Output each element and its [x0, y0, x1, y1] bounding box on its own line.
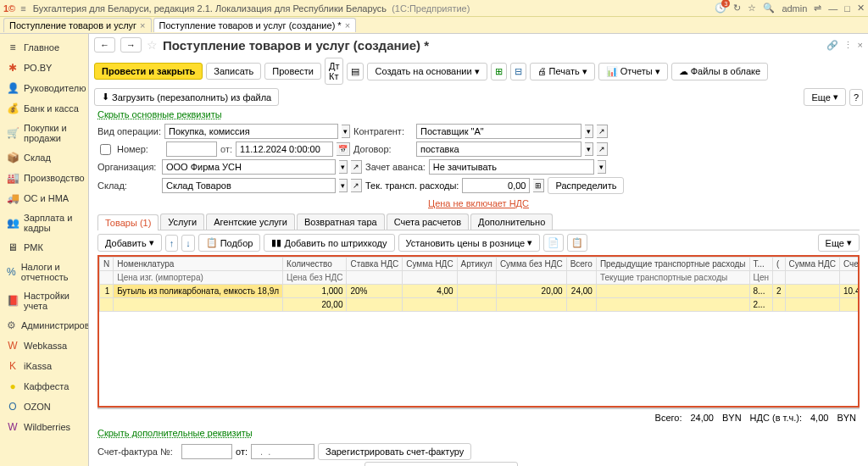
sidebar-item[interactable]: 🏭Производство	[0, 168, 88, 188]
table-row[interactable]: 1 Бутыль из поликарбоната, емкость 18,9л…	[100, 285, 860, 298]
sf-date-input[interactable]	[251, 444, 314, 459]
sidebar-item[interactable]: 👤Руководителю	[0, 78, 88, 98]
page-tab[interactable]: Поступление товаров и услуг×	[3, 18, 152, 32]
burger-icon[interactable]: ≡	[20, 3, 25, 14]
date-input[interactable]	[236, 141, 333, 157]
number-input[interactable]	[166, 141, 217, 157]
sf-number-input[interactable]	[181, 444, 232, 459]
sidebar-item[interactable]: OOZON	[0, 397, 88, 417]
favorite-icon[interactable]: ☆	[748, 3, 756, 14]
close-tab-icon[interactable]: ×	[140, 20, 145, 31]
more-button[interactable]: Еще ▾	[804, 88, 845, 106]
sidebar-item[interactable]: ●Каффеста	[0, 376, 88, 397]
price-vat-link[interactable]: Цена не включает НДС	[428, 198, 529, 208]
set-price-button[interactable]: Установить цены в рознице ▾	[398, 234, 541, 252]
detail-tab[interactable]: Товары (1)	[97, 214, 159, 230]
register-sf-button[interactable]: Зарегистрировать счет-фактуру	[318, 443, 471, 460]
warehouse-open[interactable]: ↗	[351, 179, 362, 192]
goods-grid[interactable]: NНоменклатураКоличествоСтавка НДССумма Н…	[97, 255, 860, 408]
search-icon[interactable]: 🔍	[763, 3, 775, 14]
hide-extra-link[interactable]: Скрыть дополнительные реквизиты	[97, 428, 253, 438]
detail-tab[interactable]: Агентские услуги	[206, 214, 295, 230]
up-icon[interactable]: ↑	[165, 235, 179, 252]
nav-fwd-button[interactable]: →	[120, 37, 142, 53]
counterparty-input[interactable]	[416, 124, 581, 139]
warehouse-input[interactable]	[162, 178, 336, 193]
maximize-icon[interactable]: □	[844, 3, 850, 14]
distribute-button[interactable]: Распределить	[548, 177, 624, 194]
advance-dropdown[interactable]: ▾	[598, 160, 606, 174]
calendar-icon[interactable]: 📅	[337, 142, 350, 156]
hide-main-link[interactable]: Скрыть основные реквизиты	[97, 109, 222, 119]
xml-icon[interactable]: ⊟	[510, 63, 526, 80]
advance-input[interactable]	[429, 159, 594, 175]
reports-button[interactable]: 📊 Отчеты ▾	[598, 63, 668, 80]
favorite-star-icon[interactable]: ☆	[147, 38, 158, 52]
org-dropdown[interactable]: ▾	[339, 160, 348, 174]
post-button[interactable]: Провести	[264, 63, 321, 80]
add-row-button[interactable]: Добавить ▾	[97, 234, 162, 252]
window-actions-icon[interactable]: ⋮	[843, 40, 853, 51]
sidebar-item[interactable]: ✱РО.BY	[0, 58, 88, 78]
sidebar-item[interactable]: ≡Главное	[0, 37, 88, 58]
sidebar-item[interactable]: 💰Банк и касса	[0, 98, 88, 119]
sidebar-item[interactable]: 🛒Покупки и продажи	[0, 119, 88, 147]
structure-icon[interactable]: ▤	[347, 63, 364, 80]
detail-tab[interactable]: Возвратная тара	[297, 214, 385, 230]
close-icon[interactable]: ✕	[857, 3, 865, 14]
paste-icon[interactable]: 📋	[567, 234, 587, 252]
history-icon[interactable]: ↻	[733, 3, 741, 14]
contract-input[interactable]	[416, 141, 581, 157]
sidebar-item[interactable]: 📦Склад	[0, 147, 88, 168]
page-tab-active[interactable]: Поступление товаров и услуг (создание) *…	[153, 18, 357, 32]
user-label[interactable]: admin	[782, 3, 807, 14]
nav-back-button[interactable]: ←	[94, 37, 115, 53]
optype-dropdown[interactable]: ▾	[342, 125, 350, 138]
sidebar-item[interactable]: 🚚ОС и НМА	[0, 188, 88, 208]
load-from-file-button[interactable]: ⬇ Загрузить (перезаполнить) из файла	[94, 88, 279, 106]
window-link-icon[interactable]: 🔗	[826, 40, 838, 51]
write-button[interactable]: Записать	[206, 63, 261, 80]
excel-icon[interactable]: ⊞	[491, 63, 507, 80]
org-open[interactable]: ↗	[351, 160, 362, 174]
contract-open[interactable]: ↗	[597, 142, 608, 156]
transp-input[interactable]	[462, 178, 530, 193]
post-and-close-button[interactable]: Провести и закрыть	[94, 63, 203, 80]
table-row-sub[interactable]: 20,00 2...	[100, 298, 860, 312]
grid-more-button[interactable]: Еще ▾	[818, 234, 860, 252]
sidebar-item[interactable]: KiKassa	[0, 356, 88, 376]
detail-tab[interactable]: Услуги	[160, 214, 204, 230]
sidebar-item[interactable]: 📕Настройки учета	[0, 286, 88, 315]
sidebar-item[interactable]: WWebkassa	[0, 336, 88, 356]
contract-dropdown[interactable]: ▾	[585, 142, 593, 156]
help-button[interactable]: ?	[849, 89, 863, 106]
debit-credit-icon[interactable]: ДтКт	[325, 58, 344, 85]
counterparty-dropdown[interactable]: ▾	[585, 125, 593, 138]
org-input[interactable]	[162, 159, 336, 175]
barcode-button[interactable]: ▮▮ Добавить по штрихкоду	[264, 234, 394, 252]
copy-icon[interactable]: 📄	[543, 234, 564, 252]
register-sf-acq-button[interactable]: Зарегистрировать счет-фактуру	[364, 462, 518, 466]
detail-tab[interactable]: Счета расчетов	[387, 214, 469, 230]
calc-icon[interactable]: ⊞	[533, 179, 544, 192]
sidebar-item[interactable]: 🖥РМК	[0, 237, 88, 258]
down-icon[interactable]: ↓	[181, 235, 195, 252]
optype-input[interactable]	[164, 124, 338, 139]
close-tab-icon[interactable]: ×	[345, 20, 350, 31]
print-button[interactable]: 🖨 Печать ▾	[530, 63, 595, 80]
bell-icon[interactable]: 🕓3	[715, 3, 726, 14]
minimize-icon[interactable]: —	[828, 3, 837, 14]
number-checkbox[interactable]	[100, 144, 111, 155]
window-close-icon[interactable]: ×	[858, 40, 863, 51]
cloud-files-button[interactable]: ☁ Файлы в облаке	[671, 63, 768, 80]
sidebar-item[interactable]: 👥Зарплата и кадры	[0, 208, 88, 237]
sidebar-item[interactable]: %Налоги и отчетность	[0, 258, 88, 286]
create-based-button[interactable]: Создать на основании ▾	[367, 63, 487, 80]
sidebar-item[interactable]: WWildberries	[0, 417, 88, 437]
settings-icon[interactable]: ⇌	[814, 3, 821, 14]
warehouse-dropdown[interactable]: ▾	[339, 179, 348, 192]
counterparty-open[interactable]: ↗	[597, 125, 608, 138]
detail-tab[interactable]: Дополнительно	[470, 214, 553, 230]
sidebar-item[interactable]: ⚙Администрирование	[0, 315, 88, 336]
pick-button[interactable]: 📋 Подбор	[198, 234, 261, 252]
